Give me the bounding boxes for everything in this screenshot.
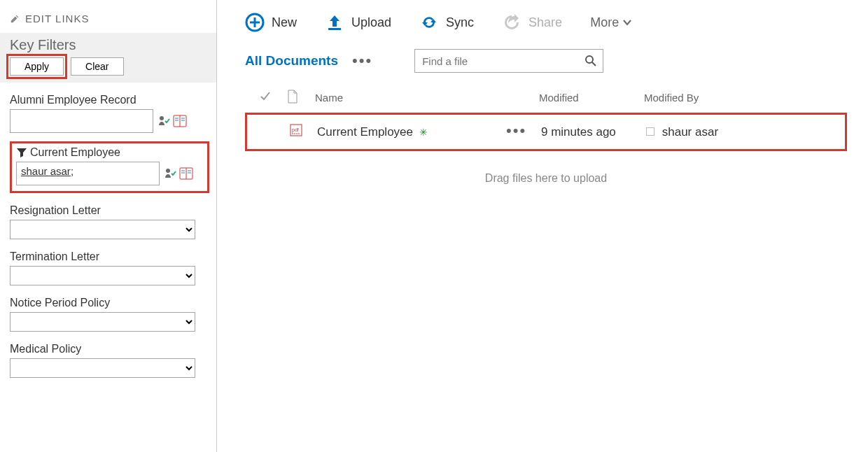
check-names-icon[interactable] [158, 115, 172, 127]
clear-button[interactable]: Clear [71, 57, 123, 76]
new-badge-icon: ✳ [419, 127, 428, 138]
check-icon [259, 90, 272, 103]
upload-button[interactable]: Upload [325, 13, 391, 32]
file-icon [287, 90, 298, 104]
resignation-select[interactable] [10, 220, 195, 239]
search-icon[interactable] [584, 55, 597, 67]
more-button[interactable]: More [590, 15, 633, 30]
col-type[interactable] [287, 90, 315, 106]
filter-notice-label: Notice Period Policy [10, 297, 209, 309]
funnel-icon [16, 147, 27, 158]
current-input[interactable]: shaur asar; [16, 162, 160, 185]
svg-rect-17 [328, 28, 341, 30]
pdf-icon: pdf [289, 123, 303, 137]
svg-point-7 [166, 169, 170, 173]
view-bar: All Documents ••• [245, 49, 847, 73]
sync-button[interactable]: Sync [419, 13, 474, 32]
filter-alumni-label: Alumni Employee Record [10, 94, 209, 106]
check-names-icon[interactable] [164, 167, 178, 180]
key-filters-title: Key Filters [10, 37, 206, 53]
upload-icon [325, 13, 344, 32]
filter-resignation-label: Resignation Letter [10, 204, 209, 217]
col-modifiedby[interactable]: Modified By [644, 92, 833, 104]
column-headers: Name Modified Modified By [245, 85, 847, 110]
sync-icon [419, 13, 439, 32]
search-input[interactable] [421, 55, 584, 68]
alumni-input[interactable] [10, 109, 153, 133]
filter-medical: Medical Policy [10, 343, 209, 378]
col-check[interactable] [259, 90, 287, 105]
pencil-icon [10, 14, 20, 24]
key-filters-header: Key Filters Apply Clear [0, 33, 216, 83]
browse-icon[interactable] [179, 167, 193, 180]
doc-modifiedby[interactable]: shaur asar [662, 125, 718, 139]
new-button[interactable]: New [245, 13, 297, 32]
svg-line-19 [592, 62, 596, 66]
toolbar: New Upload Sync Share More [245, 13, 847, 32]
share-button[interactable]: Share [502, 13, 562, 32]
doc-name[interactable]: Current Employee [317, 125, 413, 139]
drag-hint: Drag files here to upload [245, 172, 847, 185]
col-modified[interactable]: Modified [539, 92, 644, 104]
filter-notice: Notice Period Policy [10, 297, 209, 332]
row-ellipsis[interactable]: ••• [506, 122, 526, 139]
table-row[interactable]: pdf Current Employee ✳ ••• 9 minutes ago… [245, 113, 847, 151]
sidebar: EDIT LINKS Key Filters Apply Clear Alumn… [0, 0, 217, 452]
filter-current-label: Current Employee [16, 146, 203, 159]
plus-circle-icon [245, 13, 265, 32]
main-content: New Upload Sync Share More All Documents… [217, 0, 868, 452]
svg-text:pdf: pdf [292, 127, 299, 133]
browse-icon[interactable] [173, 115, 187, 127]
chevron-down-icon [622, 17, 633, 28]
filter-alumni: Alumni Employee Record [10, 94, 209, 133]
filter-medical-label: Medical Policy [10, 343, 209, 355]
medical-select[interactable] [10, 358, 195, 378]
filter-resignation: Resignation Letter [10, 204, 209, 239]
filter-current-highlight: Current Employee shaur asar; [10, 141, 209, 193]
share-icon [502, 13, 522, 32]
doc-modified: 9 minutes ago [541, 125, 646, 139]
presence-icon [646, 127, 654, 136]
svg-point-18 [586, 56, 593, 63]
col-name[interactable]: Name [315, 92, 504, 104]
view-link[interactable]: All Documents [245, 53, 338, 69]
edit-links[interactable]: EDIT LINKS [10, 13, 209, 24]
edit-links-label: EDIT LINKS [25, 13, 89, 24]
notice-select[interactable] [10, 312, 195, 332]
search-box[interactable] [414, 49, 603, 73]
filter-termination-label: Termination Letter [10, 250, 209, 263]
filter-termination: Termination Letter [10, 250, 209, 285]
view-ellipsis[interactable]: ••• [352, 57, 372, 64]
apply-button[interactable]: Apply [10, 57, 64, 76]
termination-select[interactable] [10, 266, 195, 285]
svg-point-0 [160, 116, 164, 120]
